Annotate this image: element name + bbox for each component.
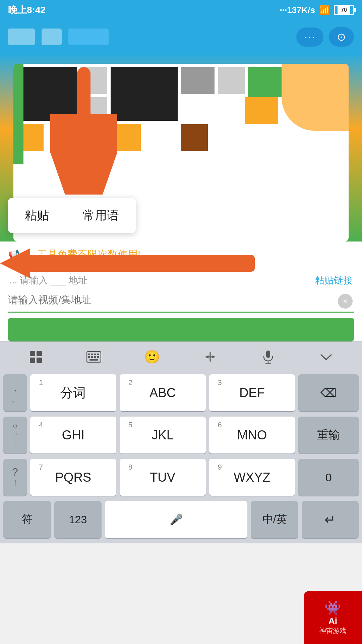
svg-rect-7 xyxy=(30,358,35,363)
key-space[interactable]: 🎤 xyxy=(105,501,247,538)
clear-icon: × xyxy=(343,297,348,306)
toolbar-collapse-icon[interactable] xyxy=(314,345,338,369)
header-right: ··· ⊙ xyxy=(296,27,354,47)
input-label-row: ... 请输入 ___ 地址 粘贴链接 xyxy=(8,274,354,287)
ai-logo: 👾 Ai 神宙游戏 xyxy=(319,600,346,635)
header-nav1 xyxy=(42,29,62,45)
key-delete[interactable]: ⌫ xyxy=(298,374,359,411)
input-field-wrap: × xyxy=(8,291,354,313)
svg-rect-5 xyxy=(30,351,35,356)
battery-icon: 70 xyxy=(334,5,354,15)
keyboard: ， 。 1 分词 2 ABC 3 DEF ⌫ ○ ？ ！ 4 GHI 5 xyxy=(0,372,362,543)
status-time: 晚上8:42 xyxy=(8,4,46,16)
app-header: ··· ⊙ xyxy=(0,20,362,54)
key-1-fenci[interactable]: 1 分词 xyxy=(30,374,116,411)
phrases-menu-item[interactable]: 常用语 xyxy=(66,198,136,233)
keyboard-row-1: ， 。 1 分词 2 ABC 3 DEF ⌫ xyxy=(0,372,362,414)
context-menu: 粘贴 常用语 xyxy=(8,198,136,233)
status-bar: 晚上8:42 ···137K/s 📶 70 xyxy=(0,0,362,20)
key-comma[interactable]: ， 。 xyxy=(3,374,27,411)
svg-rect-18 xyxy=(89,359,98,361)
header-left xyxy=(8,29,109,45)
header-logo xyxy=(8,29,35,45)
promo-text: z xyxy=(23,249,34,260)
key-reset[interactable]: 重输 xyxy=(298,417,359,453)
status-right: ···137K/s 📶 70 xyxy=(280,5,354,15)
svg-rect-17 xyxy=(97,356,99,358)
camera-button[interactable]: ⊙ xyxy=(329,27,354,47)
clear-button[interactable]: × xyxy=(338,294,353,309)
svg-rect-12 xyxy=(94,354,96,355)
svg-rect-6 xyxy=(37,351,42,356)
ai-label: Ai xyxy=(328,616,337,626)
svg-rect-11 xyxy=(91,354,93,355)
key-2-abc[interactable]: 2 ABC xyxy=(120,374,206,411)
ai-badge: 👾 Ai 神宙游戏 xyxy=(304,591,362,644)
camera-icon: ⊙ xyxy=(337,31,346,43)
key-123[interactable]: 123 xyxy=(54,501,102,538)
alien-icon: 👾 xyxy=(324,600,341,616)
key-lang[interactable]: 中/英 xyxy=(251,501,298,538)
keyboard-row-3: ? ! 7 PQRS 8 TUV 9 WXYZ 0 xyxy=(0,456,362,498)
key-8-tuv[interactable]: 8 TUV xyxy=(120,459,206,496)
input-section: ... 请输入 ___ 地址 粘贴链接 × xyxy=(0,267,362,341)
header-nav2 xyxy=(68,29,109,45)
toolbar-grid-icon[interactable] xyxy=(24,345,48,369)
input-label: ... 请输入 ___ 地址 xyxy=(9,274,87,287)
key-symbol[interactable]: 符 xyxy=(3,501,51,538)
key-5-jkl[interactable]: 5 JKL xyxy=(120,417,206,453)
paste-menu-item[interactable]: 粘贴 xyxy=(8,198,66,233)
toolbar-keyboard-icon[interactable] xyxy=(82,345,106,369)
key-7-pqrs[interactable]: 7 PQRS xyxy=(30,459,116,496)
paste-link-button[interactable]: 粘贴链接 xyxy=(315,274,353,287)
key-zero[interactable]: 0 xyxy=(298,459,359,496)
promo-bar: 📢 z 工具免费不限次数使用! xyxy=(0,241,362,267)
keyboard-row-2: ○ ？ ！ 4 GHI 5 JKL 6 MNO 重输 xyxy=(0,414,362,456)
site-name: 神宙游戏 xyxy=(319,626,346,635)
mic-space-icon: 🎤 xyxy=(170,513,183,526)
url-input[interactable] xyxy=(8,291,354,309)
svg-rect-10 xyxy=(88,354,90,355)
wifi-icon: 📶 xyxy=(319,5,330,15)
svg-rect-14 xyxy=(88,356,90,358)
keyboard-row-bottom: 符 123 🎤 中/英 ↵ xyxy=(0,498,362,543)
svg-marker-20 xyxy=(206,355,208,359)
key-period[interactable]: ○ ？ ！ xyxy=(3,417,27,453)
more-icon: ··· xyxy=(304,31,315,43)
svg-rect-23 xyxy=(266,351,270,358)
key-question[interactable]: ? ! xyxy=(3,459,27,496)
network-speed: ···137K/s xyxy=(280,5,315,15)
svg-rect-16 xyxy=(94,356,96,358)
confirm-button[interactable] xyxy=(8,318,354,341)
svg-marker-21 xyxy=(212,355,215,359)
key-enter[interactable]: ↵ xyxy=(302,501,359,538)
toolbar-cursor-icon[interactable] xyxy=(198,345,222,369)
svg-rect-15 xyxy=(91,356,93,358)
svg-rect-13 xyxy=(97,354,99,355)
key-4-ghi[interactable]: 4 GHI xyxy=(30,417,116,453)
toolbar-mic-icon[interactable] xyxy=(256,345,280,369)
keyboard-toolbar: 🙂 xyxy=(0,341,362,372)
toolbar-emoji-icon[interactable]: 🙂 xyxy=(140,345,164,369)
key-9-wxyz[interactable]: 9 WXYZ xyxy=(209,459,295,496)
promo-content: 工具免费不限次数使用! xyxy=(37,248,140,261)
promo-icon: 📢 xyxy=(8,249,20,260)
key-3-def[interactable]: 3 DEF xyxy=(209,374,295,411)
svg-rect-8 xyxy=(37,358,42,363)
key-6-mno[interactable]: 6 MNO xyxy=(209,417,295,453)
more-button[interactable]: ··· xyxy=(296,28,323,47)
